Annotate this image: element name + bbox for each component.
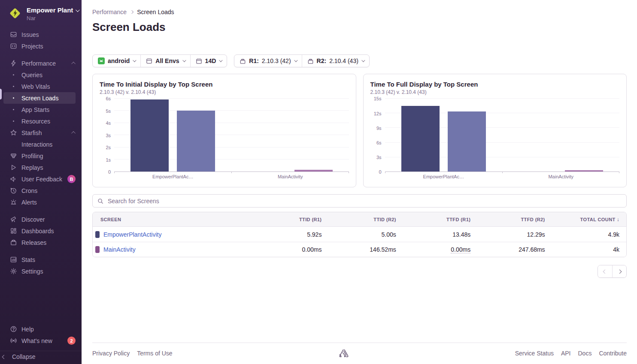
sidebar-item-performance[interactable]: Performance <box>0 57 82 69</box>
ttfd-r1-value: 0.00ms <box>403 246 477 253</box>
x-axis-category-label: MainActivity <box>278 174 303 179</box>
sidebar-item-interactions[interactable]: Interactions <box>0 138 82 150</box>
api-link[interactable]: API <box>561 350 571 357</box>
whats-new-badge: 2 <box>67 337 76 345</box>
dashboards-icon <box>9 227 17 235</box>
bar-r1-EmpowerPlantAc <box>130 99 169 172</box>
sidebar-item-dashboards[interactable]: Dashboards <box>0 225 82 237</box>
bar-r2-EmpowerPlantAc <box>448 111 486 171</box>
column-header-ttfd-r2[interactable]: TTFD (R2) <box>477 217 552 222</box>
y-axis-tick-label: 4s <box>98 120 111 126</box>
next-page-button[interactable] <box>612 265 626 277</box>
sidebar-item-discover[interactable]: Discover <box>0 214 82 225</box>
column-header-ttfd-r1[interactable]: TTFD (R1) <box>403 217 477 222</box>
screen-link[interactable]: EmpowerPlantActivity <box>103 231 161 238</box>
x-axis-tick <box>619 171 619 173</box>
y-axis-tick-label: 5s <box>98 108 111 114</box>
sidebar-item-issues[interactable]: Issues <box>0 29 82 40</box>
table-row: EmpowerPlantActivity 5.92s 5.00s 13.48s … <box>93 227 626 242</box>
footer: Privacy Policy Terms of Use Service Stat… <box>92 343 627 364</box>
column-header-screen[interactable]: Screen <box>93 217 254 222</box>
release2-filter-button[interactable]: R2: 2.10.4 (43) <box>302 55 369 67</box>
chevron-down-icon <box>294 59 297 62</box>
y-axis-tick-label: 15s <box>369 96 382 101</box>
docs-link[interactable]: Docs <box>578 350 592 357</box>
y-axis-tick-label: 3s <box>369 155 382 160</box>
sidebar-item-web-vitals[interactable]: Web Vitals <box>0 81 82 92</box>
project-filter-button[interactable]: android <box>93 55 140 67</box>
chevron-down-icon <box>182 59 186 62</box>
privacy-policy-link[interactable]: Privacy Policy <box>92 350 130 357</box>
release1-filter-button[interactable]: R1: 2.10.3 (42) <box>234 55 301 67</box>
y-axis-tick-label: 6s <box>98 96 111 101</box>
y-axis-tick-label: 6s <box>369 140 382 145</box>
sidebar-item-resources[interactable]: Resources <box>0 115 82 127</box>
sidebar-item-projects[interactable]: Projects <box>0 40 82 52</box>
sidebar-item-releases[interactable]: Releases <box>0 237 82 248</box>
breadcrumb-current: Screen Loads <box>137 9 174 15</box>
ttfd-r2-value: 247.68ms <box>477 246 552 253</box>
column-header-ttid-r2[interactable]: TTID (R2) <box>328 217 403 222</box>
sidebar-item-starfish[interactable]: Starfish <box>0 127 82 138</box>
column-header-total-count[interactable]: Total Count↓ <box>552 217 626 223</box>
chevron-down-icon <box>361 59 365 62</box>
y-axis-tick-label: 12s <box>369 111 382 116</box>
sidebar-item-queries[interactable]: Queries <box>0 69 82 81</box>
android-icon <box>98 57 105 64</box>
ttid-bar-chart: 01s2s3s4s5s6sEmpowerPlantAc…MainActivity <box>114 98 349 172</box>
sidebar-item-whats-new[interactable]: What's new 2 <box>0 335 82 346</box>
sidebar-item-stats[interactable]: Stats <box>0 254 82 265</box>
sidebar-item-settings[interactable]: Settings <box>0 265 82 277</box>
chart-subtitle: 2.10.3 (42) v. 2.10.4 (43) <box>100 89 349 95</box>
sidebar-item-user-feedback[interactable]: User Feedback B <box>0 173 82 185</box>
gear-icon <box>9 268 17 275</box>
org-name: Empower Plant <box>27 6 73 15</box>
screen-search <box>92 194 627 208</box>
service-status-link[interactable]: Service Status <box>515 350 554 357</box>
date-filter-button[interactable]: 14D <box>190 55 227 67</box>
help-icon <box>9 325 17 333</box>
chevron-down-icon <box>219 59 222 62</box>
x-axis-category-label: MainActivity <box>548 174 573 179</box>
window-icon <box>146 58 152 64</box>
x-axis-category-label: EmpowerPlantAc… <box>152 174 193 179</box>
x-axis-tick <box>231 171 232 173</box>
org-switcher[interactable]: Empower Plant Nar <box>0 0 82 26</box>
contribute-link[interactable]: Contribute <box>599 350 627 357</box>
sidebar-item-profiling[interactable]: Profiling <box>0 150 82 162</box>
y-axis-tick-label: 2s <box>98 145 111 150</box>
bar-r2-MainActivity <box>294 170 333 171</box>
chevron-up-icon <box>71 131 76 135</box>
sidebar-item-alerts[interactable]: Alerts <box>0 196 82 208</box>
x-axis-tick <box>349 171 349 173</box>
chart-title: Time To Initial Display by Top Screen <box>100 81 349 88</box>
terms-of-use-link[interactable]: Terms of Use <box>137 350 172 357</box>
sidebar-item-replays[interactable]: Replays <box>0 162 82 173</box>
release-icon <box>307 58 314 64</box>
filter-bar: android All Envs 14D R1: 2.10.3 (42) <box>92 54 627 67</box>
search-input[interactable] <box>107 197 622 205</box>
chart-title: Time To Full Display by Top Screen <box>370 81 620 88</box>
environment-filter-button[interactable]: All Envs <box>140 55 190 67</box>
chevron-down-icon <box>133 59 136 62</box>
sidebar-item-screen-loads[interactable]: Screen Loads <box>3 92 76 104</box>
ttfd-chart-panel: Time To Full Display by Top Screen 2.10.… <box>363 74 627 187</box>
sidebar-collapse-button[interactable]: Collapse <box>0 351 82 362</box>
bar-r2-EmpowerPlantAc <box>177 111 215 172</box>
sidebar-item-crons[interactable]: Crons <box>0 185 82 196</box>
release-icon <box>240 58 246 64</box>
telescope-icon <box>9 216 17 223</box>
sidebar-item-app-starts[interactable]: App Starts <box>0 104 82 115</box>
previous-page-button[interactable] <box>598 265 612 277</box>
active-nav-indicator <box>0 89 2 99</box>
org-logo-icon <box>8 6 22 21</box>
sidebar-item-help[interactable]: Help <box>0 323 82 335</box>
breadcrumb-performance[interactable]: Performance <box>92 9 127 15</box>
siren-icon <box>9 199 17 206</box>
megaphone-icon <box>9 175 17 183</box>
screen-link[interactable]: MainActivity <box>103 246 136 253</box>
series-color-swatch <box>95 246 100 253</box>
column-header-ttid-r1[interactable]: TTID (R1) <box>254 217 328 222</box>
calendar-icon <box>196 58 202 64</box>
bullet-icon <box>13 120 14 122</box>
